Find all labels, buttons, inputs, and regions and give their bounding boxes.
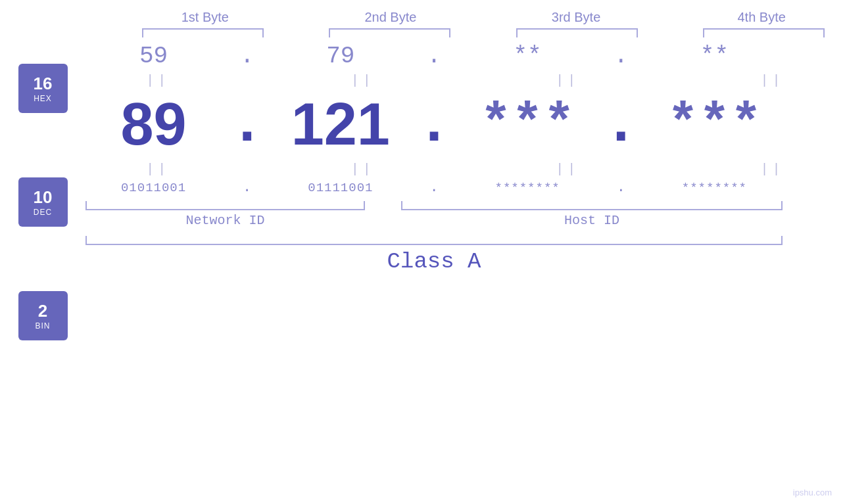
dec-badge-label: DEC: [34, 208, 52, 217]
byte3-header: 3rd Byte: [510, 10, 642, 25]
class-bracket: [85, 236, 783, 245]
bin-dot3: .: [603, 179, 639, 196]
byte1-header: 1st Byte: [139, 10, 271, 25]
eq2-b2: ||: [302, 162, 423, 177]
hex-badge-number: 16: [34, 74, 53, 94]
hex-badge: 16 HEX: [18, 64, 68, 113]
eq2-b3: ||: [507, 162, 629, 177]
byte2-header: 2nd Byte: [325, 10, 456, 25]
dec-dot1: .: [229, 91, 265, 158]
dec-row: 89 . 121 . *** . ***: [85, 91, 783, 158]
dec-b4: ***: [654, 95, 775, 154]
top-brackets: [135, 28, 832, 37]
hex-badge-label: HEX: [34, 94, 52, 103]
dec-b1: 89: [93, 91, 214, 158]
eq1-b2: ||: [302, 73, 423, 88]
bin-b1: 01011001: [93, 181, 214, 195]
id-labels: Network ID Host ID: [85, 213, 783, 228]
host-id-bracket: [401, 201, 783, 210]
network-id-bracket: [85, 201, 365, 210]
hex-dot3: .: [603, 43, 639, 70]
equals-row-1: || || || ||: [85, 70, 845, 91]
bin-dot1: .: [229, 179, 265, 196]
bin-dot2: .: [416, 179, 452, 196]
dec-b3: ***: [467, 95, 589, 154]
class-label: Class A: [85, 249, 783, 274]
bin-badge-label: BIN: [35, 321, 50, 331]
hex-b3: **: [467, 43, 589, 70]
hex-b2: 79: [279, 43, 401, 70]
hex-b1: 59: [93, 43, 214, 70]
bin-row: 01011001 . 01111001 . ******** .: [85, 179, 783, 196]
eq2-b1: ||: [97, 162, 219, 177]
bin-badge-number: 2: [38, 301, 47, 321]
hex-b4: **: [654, 43, 775, 70]
eq1-b4: ||: [712, 73, 833, 88]
bracket-byte1: [142, 28, 264, 37]
hex-dot1: .: [229, 43, 265, 70]
bin-b3: ********: [467, 181, 589, 195]
bracket-byte3: [516, 28, 638, 37]
bin-b4: ********: [654, 181, 775, 195]
eq2-b4: ||: [712, 162, 833, 177]
equals-row-2: || || || ||: [85, 158, 845, 179]
bracket-byte4: [703, 28, 825, 37]
hex-row: 59 . 79 . ** . **: [85, 43, 783, 70]
watermark: ipshu.com: [793, 488, 832, 497]
main-layout: 1st Byte 2nd Byte 3rd Byte 4th Byte 16 H…: [0, 0, 845, 504]
bin-badge: 2 BIN: [18, 291, 68, 340]
dec-dot2: .: [416, 91, 452, 158]
dec-badge-number: 10: [34, 187, 53, 208]
host-id-label: Host ID: [401, 213, 783, 228]
eq1-b3: ||: [507, 73, 629, 88]
data-area: 59 . 79 . ** . **: [85, 37, 845, 340]
dec-b2: 121: [279, 91, 401, 158]
dec-badge: 10 DEC: [18, 177, 68, 227]
network-id-label: Network ID: [85, 213, 365, 228]
hex-dot2: .: [416, 43, 452, 70]
bin-b2: 01111001: [279, 181, 401, 195]
badges-column: 16 HEX 10 DEC 2 BIN: [0, 37, 85, 340]
dec-dot3: .: [603, 91, 639, 158]
byte-headers-row: 1st Byte 2nd Byte 3rd Byte 4th Byte: [135, 10, 832, 25]
byte4-header: 4th Byte: [696, 10, 827, 25]
middle-section: 16 HEX 10 DEC 2 BIN 59: [0, 37, 845, 340]
bottom-brackets: [85, 201, 783, 210]
eq1-b1: ||: [97, 73, 219, 88]
bracket-byte2: [329, 28, 450, 37]
